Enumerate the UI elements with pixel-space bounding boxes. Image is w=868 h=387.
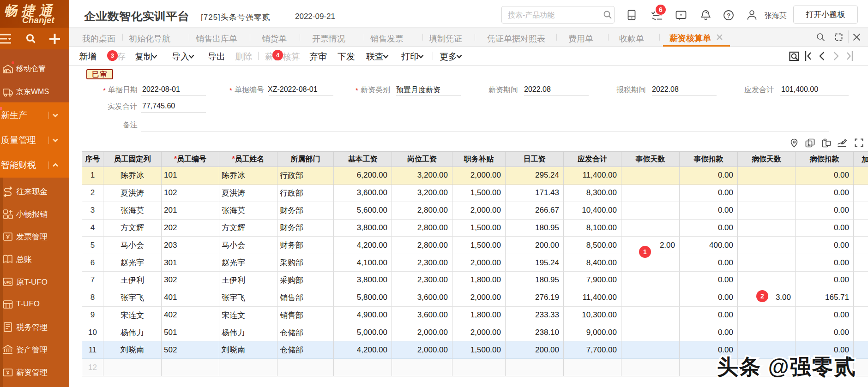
svg-text:UFO: UFO (4, 280, 12, 285)
svg-text:?: ? (727, 12, 730, 19)
